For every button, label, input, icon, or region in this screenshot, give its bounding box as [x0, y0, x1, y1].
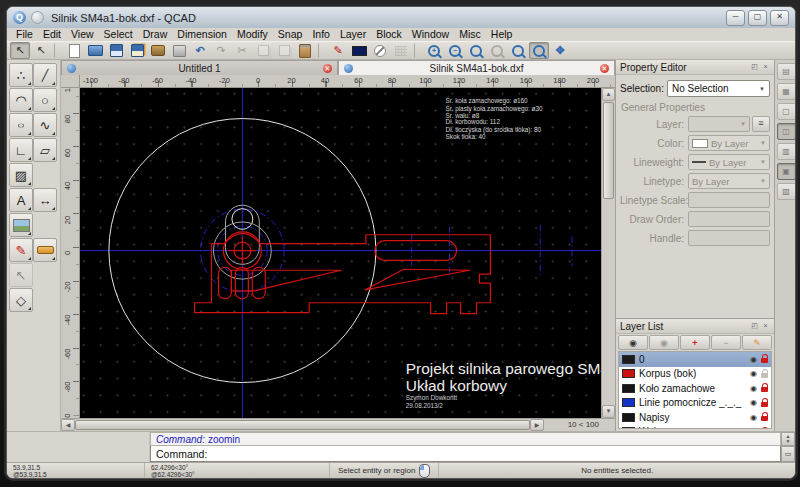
print-button[interactable] [148, 42, 168, 59]
eye-icon[interactable]: ◉ [750, 369, 757, 378]
lock-icon[interactable] [761, 387, 768, 392]
color-swatch-button[interactable] [349, 42, 369, 59]
cut-button[interactable]: ✂ [232, 42, 252, 59]
dock-toggle-2[interactable]: ▦ [777, 83, 796, 100]
text-tool[interactable]: A [9, 188, 33, 212]
vertical-scroll-thumb[interactable] [603, 102, 614, 199]
print-preview-button[interactable] [169, 42, 189, 59]
dock-toggle-4[interactable]: ◫ [777, 123, 796, 140]
no-color-button[interactable] [370, 42, 390, 59]
menu-item[interactable]: Block [371, 28, 407, 41]
layer-menu-button[interactable]: ≡ [752, 116, 770, 132]
close-tab-icon[interactable]: ✕ [323, 64, 332, 73]
menu-item[interactable]: File [11, 28, 38, 41]
show-all-layers-button[interactable]: ◉ [618, 335, 648, 350]
image-tool[interactable] [9, 213, 33, 237]
minimize-button[interactable]: ─ [726, 10, 745, 26]
scroll-right-icon[interactable]: ▶ [530, 419, 544, 431]
ellipse-tool[interactable]: ○ [9, 113, 33, 137]
spline-tool[interactable]: ∿ [33, 113, 57, 137]
auto-zoom-button[interactable] [466, 42, 486, 59]
pan-button[interactable]: ✥ [550, 42, 570, 59]
layer-row-linie[interactable]: Linie pomocnicze _._._ ◉ [619, 396, 771, 411]
lock-icon[interactable] [761, 416, 768, 421]
command-options-button[interactable]: ▭ [781, 446, 795, 462]
toolbar-button[interactable] [318, 43, 325, 58]
selection-combo[interactable]: No Selection ▼ [667, 80, 770, 97]
save-as-button[interactable] [127, 42, 147, 59]
eye-icon[interactable]: ◉ [750, 355, 757, 364]
menu-item[interactable]: Dimension [172, 28, 232, 41]
eye-icon[interactable]: ◉ [750, 413, 757, 422]
toolbar-button[interactable] [414, 43, 421, 58]
polyline-tool[interactable]: ∟ [9, 138, 33, 162]
menu-item[interactable]: Misc [454, 28, 486, 41]
close-button[interactable]: ✕ [770, 10, 789, 26]
zoom-window-button[interactable] [529, 42, 549, 59]
open-file-button[interactable] [85, 42, 105, 59]
menu-item[interactable]: Draw [138, 28, 173, 41]
paste-button[interactable] [295, 42, 315, 59]
arc-tool[interactable]: ◠ [9, 88, 33, 112]
dock-toggle-1[interactable]: ▤ [777, 63, 796, 80]
point-tool[interactable]: ∴ [9, 63, 33, 87]
eye-icon[interactable]: ◉ [750, 427, 757, 429]
circle-tool[interactable]: ○ [33, 88, 57, 112]
remove-layer-button[interactable]: − [711, 335, 741, 350]
zoom-out-button[interactable]: − [445, 42, 465, 59]
dock-toggle-7[interactable]: ▧ [777, 183, 796, 200]
menu-item[interactable]: Window [407, 28, 454, 41]
drawing-canvas[interactable]: Śr. koła zamachowego: ø160 Śr. piasty ko… [80, 88, 601, 418]
new-file-button[interactable] [64, 42, 84, 59]
copy-ref-button[interactable] [274, 42, 294, 59]
deselect-all-tool[interactable]: ↖ [9, 263, 33, 287]
menu-item[interactable]: View [66, 28, 99, 41]
hide-all-layers-button[interactable]: ◉ [649, 335, 679, 350]
pointer-select-button[interactable]: ↖ [10, 42, 30, 59]
copy-button[interactable] [253, 42, 273, 59]
dimension-tool[interactable]: ↔ [33, 188, 57, 212]
tab-untitled-1[interactable]: Untitled 1 ✕ [61, 60, 338, 75]
layer-row-napisy[interactable]: Napisy ◉ [619, 410, 771, 425]
horizontal-scroll-thumb[interactable] [75, 420, 530, 430]
menu-item[interactable]: Snap [273, 28, 308, 41]
lock-icon[interactable] [761, 373, 768, 378]
add-layer-button[interactable]: + [680, 335, 710, 350]
command-input[interactable]: Command: [150, 446, 781, 462]
zoom-in-button[interactable]: + [424, 42, 444, 59]
pointer-deselect-button[interactable]: ↖ [31, 42, 51, 59]
solid-tool[interactable]: ◇ [9, 288, 33, 312]
lock-icon[interactable] [761, 402, 768, 407]
menu-item[interactable]: Info [307, 28, 335, 41]
float-panel-icon[interactable]: ◰ [750, 322, 759, 330]
vertical-scrollbar[interactable]: ▲ ▼ [601, 88, 615, 418]
scroll-down-icon[interactable]: ▼ [602, 405, 615, 418]
undo-button[interactable]: ↶ [190, 42, 210, 59]
toolbar-button[interactable] [54, 43, 61, 58]
eye-icon[interactable]: ◉ [750, 398, 757, 407]
layer-row-korpus[interactable]: Korpus (bok) ◉ [619, 367, 771, 382]
menu-item[interactable]: Layer [335, 28, 371, 41]
menu-item[interactable]: Modify [232, 28, 273, 41]
grid-toggle-button[interactable] [391, 42, 411, 59]
property-painter-button[interactable]: ✎ [328, 42, 348, 59]
tab-silnik[interactable]: Silnik SM4a1-bok.dxf ✕ [338, 60, 615, 75]
dock-toggle-6[interactable]: ▣ [777, 163, 796, 180]
save-button[interactable] [106, 42, 126, 59]
lineweight-button[interactable] [33, 238, 57, 262]
layer-row-wal[interactable]: Wał ◉ [619, 425, 771, 430]
close-panel-icon[interactable]: × [761, 322, 770, 330]
scroll-left-icon[interactable]: ◀ [61, 419, 75, 431]
redo-button[interactable]: ↷ [211, 42, 231, 59]
edit-layer-button[interactable]: ✎ [742, 335, 772, 350]
modify-tool[interactable]: ✎ [9, 238, 33, 262]
shape-tool[interactable]: ▱ [33, 138, 57, 162]
scroll-up-icon[interactable]: ▲ [602, 88, 615, 101]
line-tool[interactable]: ╱ [33, 63, 57, 87]
close-tab-icon[interactable]: ✕ [600, 64, 609, 73]
close-panel-icon[interactable]: × [761, 63, 770, 71]
menu-item[interactable]: Select [99, 28, 138, 41]
zoom-1-1-button[interactable] [487, 42, 507, 59]
eye-icon[interactable]: ◉ [750, 384, 757, 393]
zoom-previous-button[interactable] [508, 42, 528, 59]
